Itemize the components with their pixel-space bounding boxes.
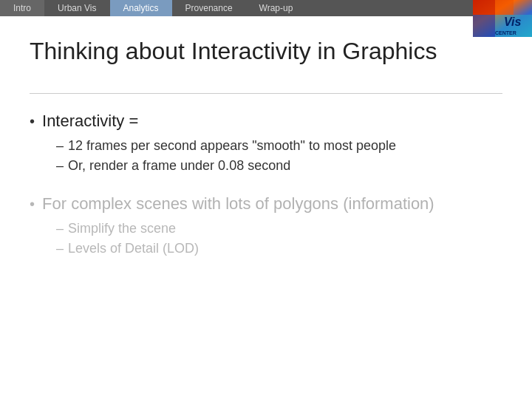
sub-bullet-text-2-1: Simplify the scene	[68, 221, 176, 236]
dash-icon-1: –	[56, 138, 64, 154]
bullet-primary-2: • For complex scenes with lots of polygo…	[30, 194, 502, 214]
sub-bullet-2-1: – Simplify the scene	[56, 221, 502, 236]
svg-rect-1	[473, 0, 495, 15]
sub-bullets-1: – 12 frames per second appears "smooth" …	[56, 138, 502, 174]
bullet-dot-2: •	[30, 196, 35, 213]
dash-icon-2: –	[56, 158, 64, 174]
dash-icon-4: –	[56, 241, 64, 256]
bullet-primary-1: • Interactivity =	[30, 112, 502, 131]
nav-item-provenance[interactable]: Provenance	[172, 0, 246, 16]
sub-bullet-2-2: – Levels of Detail (LOD)	[56, 241, 502, 256]
nav-item-urban-vis[interactable]: Urban Vis	[44, 0, 109, 16]
sub-bullet-1-1: – 12 frames per second appears "smooth" …	[56, 138, 502, 154]
sub-bullet-1-2: – Or, render a frame under 0.08 second	[56, 158, 502, 174]
bullet-section-1: • Interactivity = – 12 frames per second…	[30, 112, 502, 174]
page-title: Thinking about Interactivity in Graphics	[30, 37, 502, 65]
nav-item-intro[interactable]: Intro	[0, 0, 44, 16]
bullet-text-2: For complex scenes with lots of polygons…	[42, 194, 434, 214]
dash-icon-3: –	[56, 221, 64, 236]
sub-bullet-text-1-1: 12 frames per second appears "smooth" to…	[68, 138, 396, 154]
sub-bullet-text-2-2: Levels of Detail (LOD)	[68, 241, 199, 256]
bullet-section-2: • For complex scenes with lots of polygo…	[30, 194, 502, 256]
nav-bar: Intro Urban Vis Analytics Provenance Wra…	[0, 0, 532, 16]
main-content: Thinking about Interactivity in Graphics…	[0, 16, 532, 292]
svg-rect-2	[495, 0, 514, 15]
nav-item-analytics[interactable]: Analytics	[110, 0, 172, 16]
title-area: Thinking about Interactivity in Graphics	[30, 37, 502, 94]
bullet-dot-1: •	[30, 113, 35, 130]
sub-bullets-2: – Simplify the scene – Levels of Detail …	[56, 221, 502, 256]
bullet-text-1: Interactivity =	[42, 112, 138, 131]
sub-bullet-text-1-2: Or, render a frame under 0.08 second	[68, 158, 290, 174]
nav-item-wrapup[interactable]: Wrap-up	[246, 0, 307, 16]
